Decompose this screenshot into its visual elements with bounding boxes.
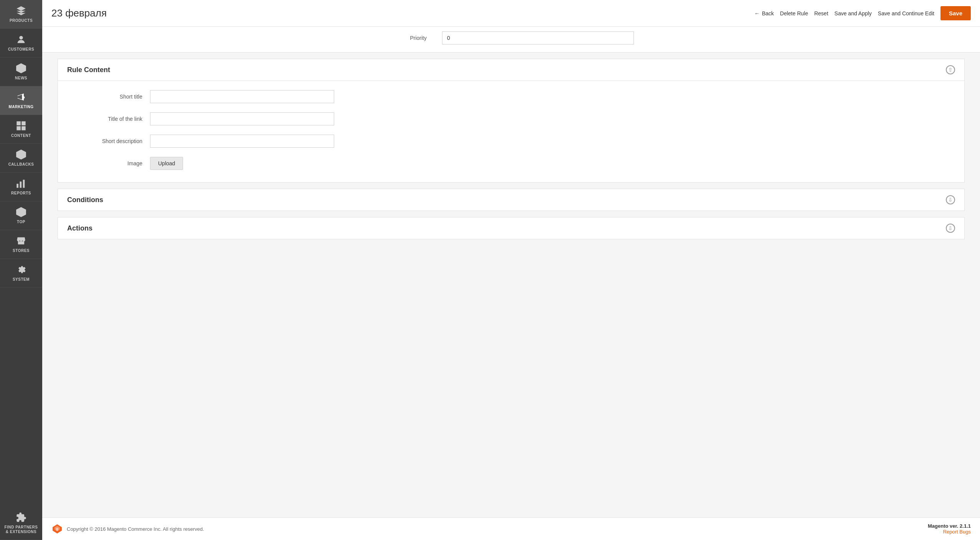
chevron-down-icon-2: ⇩ (948, 225, 953, 231)
back-button[interactable]: ← Back (754, 10, 774, 16)
actions-title: Actions (67, 224, 92, 232)
page-header: 23 февраля ← Back Delete Rule Reset Save… (42, 0, 980, 27)
chevron-up-icon: ⇧ (948, 67, 953, 73)
sidebar-item-news[interactable]: NEWS (0, 58, 42, 86)
short-description-row: Short description (73, 135, 949, 148)
svg-marker-6 (16, 150, 25, 159)
conditions-panel: Conditions ⇩ (58, 189, 965, 211)
chevron-down-icon: ⇩ (948, 197, 953, 203)
person-icon (16, 34, 26, 45)
store-icon (16, 235, 26, 246)
svg-rect-7 (16, 184, 18, 188)
svg-rect-8 (20, 181, 22, 188)
svg-rect-3 (22, 122, 25, 125)
back-label: Back (762, 10, 774, 16)
actions-header[interactable]: Actions ⇩ (58, 217, 964, 239)
svg-rect-4 (17, 127, 20, 130)
rule-content-toggle[interactable]: ⇧ (946, 65, 955, 74)
save-apply-button[interactable]: Save and Apply (835, 7, 872, 20)
image-row: Image Upload (73, 157, 949, 170)
hexagon-icon (16, 63, 26, 74)
report-bugs-link[interactable]: Report Bugs (928, 529, 971, 535)
svg-marker-1 (16, 64, 25, 72)
sidebar-item-reports[interactable]: REPORTS (0, 173, 42, 201)
bar-chart-icon (16, 178, 26, 189)
svg-rect-2 (17, 122, 20, 125)
sidebar-item-find-partners[interactable]: FIND PARTNERS & EXTENSIONS (0, 507, 42, 540)
top-icon (16, 207, 26, 217)
sidebar-item-label: REPORTS (11, 191, 31, 196)
delete-rule-button[interactable]: Delete Rule (780, 7, 808, 20)
sidebar-item-label: CUSTOMERS (8, 47, 34, 52)
priority-label: Priority (388, 35, 434, 41)
image-label: Image (73, 160, 150, 166)
rule-content-header[interactable]: Rule Content ⇧ (58, 59, 964, 81)
page-footer: Copyright © 2016 Magento Commerce Inc. A… (42, 517, 980, 540)
priority-section: Priority (42, 27, 980, 53)
save-button[interactable]: Save (940, 6, 971, 20)
priority-field-row: Priority (388, 31, 634, 44)
svg-rect-5 (22, 127, 25, 130)
rule-content-title: Rule Content (67, 66, 110, 74)
content-area: Priority Rule Content ⇧ Short title (42, 27, 980, 517)
sidebar-item-label: MARKETING (8, 105, 33, 109)
sidebar-item-label: FIND PARTNERS & EXTENSIONS (3, 525, 39, 534)
save-continue-button[interactable]: Save and Continue Edit (878, 7, 934, 20)
box-icon (16, 5, 26, 16)
sidebar-item-label: STORES (13, 249, 30, 253)
short-title-row: Short title (73, 90, 949, 103)
page-title: 23 февраля (51, 7, 754, 19)
magento-brand: Magento (928, 523, 948, 529)
sidebar-item-system[interactable]: SYSTEM (0, 259, 42, 288)
magento-version: ver. 2.1.1 (950, 523, 971, 529)
conditions-toggle[interactable]: ⇩ (946, 195, 955, 204)
sidebar-item-products[interactable]: PRODUCTS (0, 0, 42, 29)
hexagon2-icon (16, 149, 26, 160)
rule-content-body: Short title Title of the link Short desc… (58, 81, 964, 182)
magento-logo-icon (51, 523, 63, 535)
main-content: 23 февраля ← Back Delete Rule Reset Save… (42, 0, 980, 540)
header-actions: ← Back Delete Rule Reset Save and Apply … (754, 6, 971, 20)
conditions-title: Conditions (67, 196, 103, 204)
rule-content-panel: Rule Content ⇧ Short title Title of the … (58, 59, 965, 183)
short-title-input[interactable] (150, 90, 334, 103)
actions-toggle[interactable]: ⇩ (946, 224, 955, 233)
conditions-header[interactable]: Conditions ⇩ (58, 189, 964, 211)
reset-button[interactable]: Reset (814, 7, 828, 20)
sidebar-item-label: NEWS (15, 76, 27, 81)
sidebar-item-label: CONTENT (11, 133, 31, 138)
sidebar-item-top[interactable]: TOP (0, 201, 42, 230)
back-arrow-icon: ← (754, 10, 760, 16)
title-link-row: Title of the link (73, 112, 949, 125)
footer-copyright: Copyright © 2016 Magento Commerce Inc. A… (51, 523, 204, 535)
upload-button[interactable]: Upload (150, 157, 183, 170)
sidebar-item-content[interactable]: CONTENT (0, 115, 42, 144)
footer-version: Magento ver. 2.1.1 Report Bugs (928, 523, 971, 535)
sidebar-item-label: TOP (17, 220, 25, 224)
sidebar-item-label: PRODUCTS (10, 18, 33, 23)
sidebar-item-label: SYSTEM (13, 277, 30, 282)
priority-input[interactable] (442, 31, 634, 44)
sidebar: PRODUCTS CUSTOMERS NEWS MARKETING CONTEN… (0, 0, 42, 540)
short-description-input[interactable] (150, 135, 334, 148)
sidebar-item-stores[interactable]: STORES (0, 230, 42, 259)
copyright-text: Copyright © 2016 Magento Commerce Inc. A… (67, 526, 204, 532)
sidebar-item-marketing[interactable]: MARKETING (0, 86, 42, 115)
title-link-label: Title of the link (73, 116, 150, 122)
svg-rect-9 (23, 180, 25, 188)
short-description-label: Short description (73, 138, 150, 144)
sidebar-item-callbacks[interactable]: CALLBACKS (0, 144, 42, 173)
gear-icon (16, 264, 26, 275)
svg-point-0 (19, 36, 23, 40)
sidebar-item-customers[interactable]: CUSTOMERS (0, 29, 42, 58)
actions-panel: Actions ⇩ (58, 217, 965, 239)
puzzle-icon (16, 512, 26, 523)
title-link-input[interactable] (150, 112, 334, 125)
grid-icon (16, 120, 26, 131)
megaphone-icon (16, 92, 26, 102)
short-title-label: Short title (73, 94, 150, 100)
sidebar-item-label: CALLBACKS (8, 162, 34, 167)
